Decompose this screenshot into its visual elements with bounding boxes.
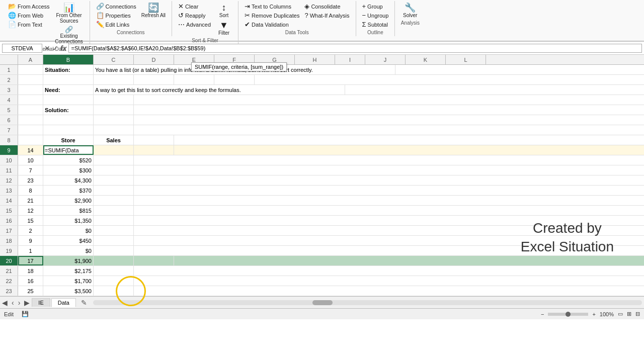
row-num-23[interactable]: 23 [0, 286, 18, 296]
cell-D8[interactable] [134, 135, 174, 145]
cell-C3[interactable]: A way to get this list to sort correctly… [94, 85, 345, 95]
row-num-7[interactable]: 7 [0, 125, 18, 135]
cell-B13[interactable]: $370 [43, 186, 94, 195]
cell-B22[interactable]: $1,700 [43, 276, 94, 286]
cell-A4[interactable] [18, 95, 43, 105]
save-icon[interactable]: 💾 [22, 311, 29, 317]
row-num-12[interactable]: 12 [0, 175, 18, 185]
clear-button[interactable]: ✕ Clear [176, 2, 213, 11]
cancel-icon[interactable]: ✕ [44, 44, 50, 52]
cell-A3[interactable] [18, 85, 43, 95]
col-header-K[interactable]: K [406, 55, 446, 64]
cell-C22[interactable] [94, 276, 134, 286]
existing-conn-button[interactable]: 🔗 Existing Connections [53, 25, 86, 45]
cell-A9[interactable]: 14 [18, 145, 43, 155]
row-num-5[interactable]: 5 [0, 105, 18, 115]
name-box[interactable] [2, 44, 42, 53]
row-num-2[interactable]: 2 [0, 75, 18, 84]
cell-C8[interactable]: Sales [94, 135, 134, 145]
cell-C5[interactable] [94, 105, 134, 115]
from-text-button[interactable]: 📄 From Text [6, 20, 52, 29]
cell-B14[interactable]: $2,900 [43, 196, 94, 205]
cell-A20[interactable]: 17 [18, 256, 43, 265]
row-num-14[interactable]: 14 [0, 196, 18, 205]
tab-nav-prev2[interactable]: ‹ [10, 299, 16, 307]
tab-nav-next2[interactable]: ▶ [22, 299, 32, 307]
cell-C2[interactable] [94, 75, 134, 84]
cell-D2[interactable] [134, 75, 174, 84]
row-num-19[interactable]: 19 [0, 246, 18, 255]
row-num-3[interactable]: 3 [0, 85, 18, 95]
cell-A23[interactable]: 25 [18, 286, 43, 296]
cell-A6[interactable] [18, 115, 43, 125]
cell-B9[interactable]: =SUMIF(Data [43, 145, 94, 155]
col-header-D[interactable]: D [134, 55, 174, 64]
cell-B3[interactable]: Need: [43, 85, 94, 95]
cell-A12[interactable]: 23 [18, 175, 43, 185]
properties-button[interactable]: 📋 Properties [94, 11, 138, 20]
row-num-11[interactable]: 11 [0, 165, 18, 175]
cell-D9[interactable] [134, 145, 174, 155]
cell-B7[interactable] [43, 125, 94, 135]
col-header-I[interactable]: I [335, 55, 365, 64]
col-header-C[interactable]: C [94, 55, 134, 64]
cell-C13[interactable] [94, 186, 134, 195]
row-num-4[interactable]: 4 [0, 95, 18, 105]
row-num-6[interactable]: 6 [0, 115, 18, 125]
horizontal-scrollbar[interactable] [93, 300, 642, 305]
col-header-H[interactable]: H [295, 55, 335, 64]
cell-B4[interactable] [43, 95, 94, 105]
from-access-button[interactable]: 📂 From Access [6, 2, 52, 11]
view-page-button[interactable]: ⊞ [627, 311, 631, 317]
cell-A17[interactable]: 2 [18, 226, 43, 235]
row-num-13[interactable]: 13 [0, 186, 18, 195]
group-button[interactable]: + Group [360, 2, 391, 11]
cell-A7[interactable] [18, 125, 43, 135]
view-pagebreak-button[interactable]: ⊟ [635, 311, 640, 317]
cell-C6[interactable] [94, 115, 134, 125]
zoom-out-button[interactable]: − [541, 311, 544, 317]
cell-B11[interactable]: $300 [43, 165, 94, 175]
tab-nav-next[interactable]: › [16, 299, 23, 307]
cell-A5[interactable] [18, 105, 43, 115]
row-num-1[interactable]: 1 [0, 65, 18, 74]
scrollbar-thumb[interactable] [312, 300, 333, 305]
zoom-thumb[interactable] [566, 312, 571, 317]
cell-C17[interactable] [94, 226, 134, 235]
reapply-button[interactable]: ↺ Reapply [176, 11, 213, 20]
add-sheet-button[interactable]: ✎ [77, 299, 91, 307]
consolidate-button[interactable]: ◈ Consolidate [302, 2, 351, 11]
row-num-9[interactable]: 9 [0, 145, 18, 155]
row-num-18[interactable]: 18 [0, 236, 18, 245]
cell-B23[interactable]: $3,500 [43, 286, 94, 296]
cell-C15[interactable] [94, 206, 134, 215]
zoom-slider[interactable] [548, 313, 588, 316]
col-header-A[interactable]: A [18, 55, 43, 64]
cell-B5[interactable]: Solution: [43, 105, 94, 115]
cell-B12[interactable]: $4,300 [43, 175, 94, 185]
cell-C21[interactable] [94, 266, 134, 276]
cell-C14[interactable] [94, 196, 134, 205]
cell-C20[interactable] [94, 256, 134, 265]
cell-A15[interactable]: 12 [18, 206, 43, 215]
cell-E2[interactable] [174, 75, 214, 84]
insert-function-icon[interactable]: fx [60, 44, 66, 52]
ungroup-button[interactable]: − Ungroup [360, 11, 391, 20]
sheet-tab-data[interactable]: Data [51, 298, 76, 307]
col-header-J[interactable]: J [365, 55, 406, 64]
connections-button[interactable]: 🔗 Connections [94, 2, 138, 11]
cell-A19[interactable]: 1 [18, 246, 43, 255]
cell-C9[interactable] [94, 145, 134, 155]
formula-input[interactable] [68, 44, 642, 53]
view-normal-button[interactable]: ▭ [618, 311, 623, 317]
cell-B2[interactable] [43, 75, 94, 84]
col-header-L[interactable]: L [446, 55, 486, 64]
cell-A13[interactable]: 8 [18, 186, 43, 195]
cell-B15[interactable]: $815 [43, 206, 94, 215]
row-num-10[interactable]: 10 [0, 155, 18, 165]
cell-B17[interactable]: $0 [43, 226, 94, 235]
subtotal-button[interactable]: Σ Subtotal [360, 20, 391, 29]
remove-dup-button[interactable]: ✂ Remove Duplicates [243, 11, 301, 20]
from-web-button[interactable]: 🌐 From Web [6, 11, 52, 20]
tab-nav-prev[interactable]: ◀ [0, 299, 10, 307]
